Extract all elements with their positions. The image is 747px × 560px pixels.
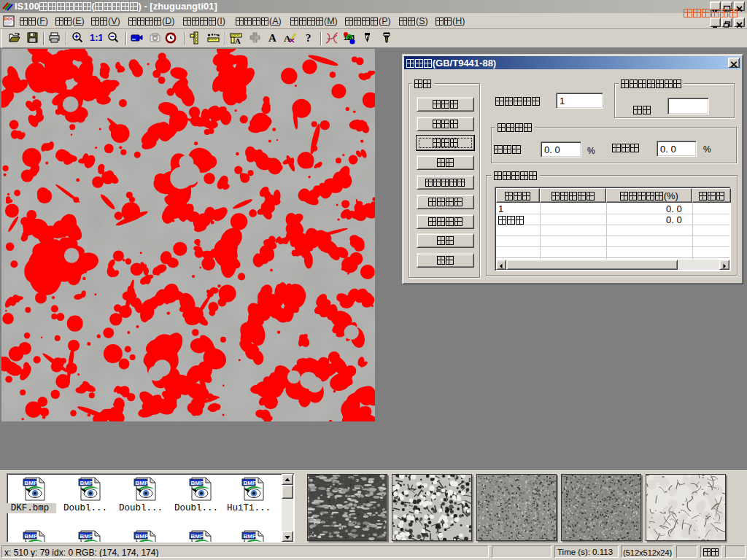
svg-text:A: A — [235, 36, 241, 44]
svg-text:?: ? — [306, 32, 311, 44]
svg-text:1:1: 1:1 — [90, 32, 102, 43]
svg-text:DOC: DOC — [4, 17, 15, 21]
svg-text:A: A — [268, 32, 276, 44]
svg-text:3: 3 — [351, 34, 355, 41]
